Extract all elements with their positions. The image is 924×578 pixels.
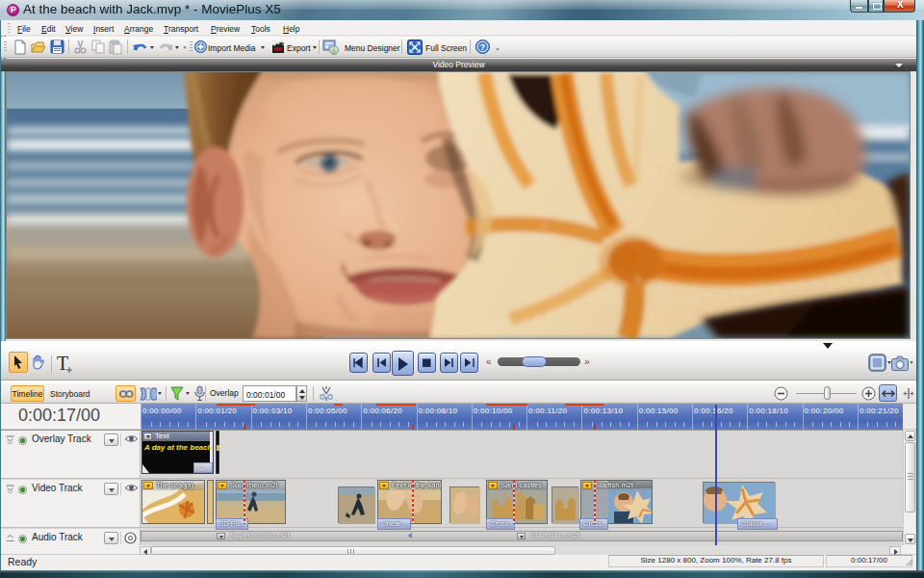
svg-text:?: ? [480, 42, 486, 52]
svg-text:T: T [57, 354, 68, 374]
